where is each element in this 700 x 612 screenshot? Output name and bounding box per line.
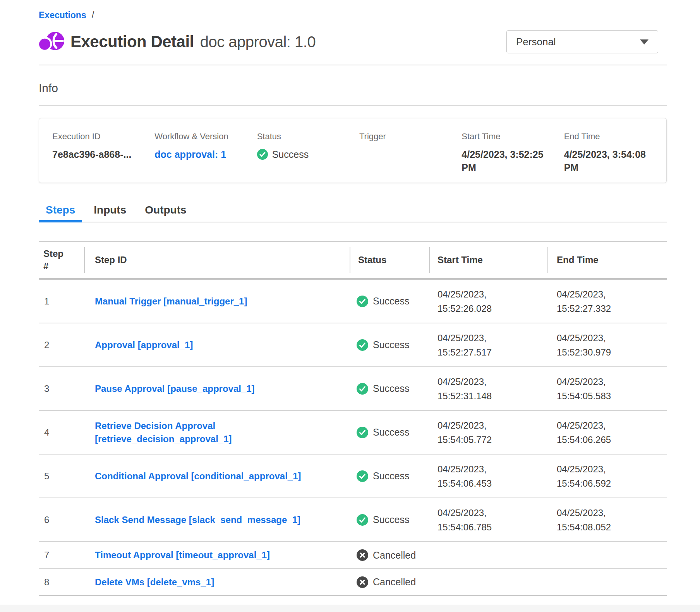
- time-line: 04/25/2023,: [438, 331, 547, 345]
- info-field-label: End Time: [564, 132, 666, 142]
- column-header-step-id: Step ID: [84, 242, 350, 278]
- start-time-cell: 04/25/2023,15:52:27.517: [429, 331, 547, 359]
- end-time-cell: 04/25/2023,15:52:30.979: [547, 331, 667, 359]
- tab-inputs[interactable]: Inputs: [87, 200, 133, 222]
- page-subtitle: doc approval: 1.0: [200, 33, 316, 51]
- status-label: Success: [373, 470, 409, 482]
- time-line: 15:54:05.583: [557, 389, 667, 403]
- time-line: 04/25/2023,: [557, 506, 667, 520]
- end-time-cell: 04/25/2023,15:54:06.592: [547, 462, 667, 491]
- start-time-cell: 04/25/2023,15:54:06.453: [429, 462, 547, 491]
- end-time-cell: 04/25/2023,15:54:06.265: [547, 418, 667, 447]
- step-id-cell: Delete VMs [delete_vms_1]: [84, 576, 350, 589]
- time-line: 15:54:08.052: [557, 520, 667, 534]
- status-label: Success: [373, 296, 409, 307]
- step-status-cell: Success: [350, 514, 429, 526]
- step-id-link[interactable]: Retrieve Decision Approval [retrieve_dec…: [95, 421, 232, 444]
- time-line: 15:52:30.979: [557, 345, 667, 359]
- info-card: Execution ID7e8ac396-a868-...Workflow & …: [39, 118, 667, 183]
- end-time-cell: 04/25/2023,15:54:05.583: [547, 374, 667, 403]
- table-row: 3Pause Approval [pause_approval_1]Succes…: [39, 367, 667, 411]
- success-icon: [357, 339, 368, 351]
- cancelled-icon: [357, 549, 368, 561]
- step-id-link[interactable]: Slack Send Message [slack_send_message_1…: [95, 515, 300, 525]
- step-id-link[interactable]: Approval [approval_1]: [95, 340, 193, 350]
- step-status-cell: Cancelled: [350, 576, 429, 588]
- step-status-cell: Success: [350, 470, 429, 482]
- workflow-version-link[interactable]: doc approval: 1: [154, 149, 226, 160]
- table-row: 7Timeout Approval [timeout_approval_1]Ca…: [39, 542, 667, 569]
- time-line: 04/25/2023,: [557, 462, 667, 476]
- step-status-cell: Success: [350, 339, 429, 351]
- step-id-cell: Conditional Approval [conditional_approv…: [84, 470, 350, 483]
- success-icon: [357, 296, 368, 307]
- step-number-cell: 5: [39, 471, 84, 482]
- time-line: 04/25/2023,: [438, 287, 547, 301]
- cancelled-icon: [357, 576, 368, 588]
- success-icon: [357, 470, 368, 482]
- steps-table-header: Step #Step IDStatusStart TimeEnd Time: [39, 242, 667, 280]
- step-status-cell: Cancelled: [350, 549, 429, 561]
- time-line: 04/25/2023,: [438, 506, 547, 520]
- tab-steps[interactable]: Steps: [39, 200, 82, 222]
- breadcrumb-executions-link[interactable]: Executions: [39, 10, 86, 21]
- table-row: 5Conditional Approval [conditional_appro…: [39, 455, 667, 498]
- status-label: Success: [373, 383, 409, 394]
- start-time-cell: 04/25/2023,15:52:26.028: [429, 287, 547, 316]
- time-line: 15:52:27.332: [557, 301, 667, 316]
- step-id-cell: Timeout Approval [timeout_approval_1]: [84, 549, 350, 562]
- column-header-start-time: Start Time: [429, 242, 547, 278]
- breadcrumb-separator: /: [92, 10, 94, 21]
- info-field-label: Execution ID: [52, 132, 154, 142]
- step-number-cell: 6: [39, 515, 84, 525]
- chevron-down-icon: [640, 39, 649, 44]
- step-number-cell: 3: [39, 383, 84, 394]
- divider: [39, 65, 667, 65]
- info-field-status: StatusSuccess: [257, 132, 359, 183]
- scope-dropdown[interactable]: Personal: [506, 30, 658, 53]
- step-id-link[interactable]: Delete VMs [delete_vms_1]: [95, 577, 214, 587]
- time-line: 15:52:26.028: [438, 301, 547, 316]
- info-field-label: Trigger: [359, 132, 462, 142]
- step-number-cell: 1: [39, 296, 84, 307]
- start-time-cell: 04/25/2023,15:54:05.772: [429, 418, 547, 447]
- step-id-link[interactable]: Conditional Approval [conditional_approv…: [95, 471, 301, 481]
- status-label: Success: [373, 339, 409, 350]
- step-id-cell: Approval [approval_1]: [84, 338, 350, 352]
- tab-outputs[interactable]: Outputs: [138, 200, 193, 222]
- time-line: 15:54:06.592: [557, 476, 667, 491]
- column-header-status: Status: [350, 242, 429, 278]
- time-line: 15:54:05.772: [438, 433, 547, 447]
- step-id-link[interactable]: Pause Approval [pause_approval_1]: [95, 383, 255, 394]
- breadcrumb: Executions /: [39, 10, 667, 21]
- table-row: 1Manual Trigger [manual_trigger_1]Succes…: [39, 280, 667, 323]
- time-line: 04/25/2023,: [557, 374, 667, 389]
- time-line: 15:52:27.517: [438, 345, 547, 359]
- step-id-link[interactable]: Timeout Approval [timeout_approval_1]: [95, 550, 270, 560]
- time-line: 04/25/2023,: [557, 331, 667, 345]
- info-field-end-time: End Time4/25/2023, 3:54:08 PM: [564, 132, 666, 183]
- start-time-cell: 04/25/2023,15:54:06.785: [429, 506, 547, 534]
- info-field-value: 7e8ac396-a868-...: [52, 148, 154, 161]
- step-id-link[interactable]: Manual Trigger [manual_trigger_1]: [95, 296, 247, 306]
- step-number-cell: 4: [39, 427, 84, 438]
- info-field-label: Start Time: [462, 132, 564, 142]
- step-status-cell: Success: [350, 427, 429, 438]
- info-section-title: Info: [39, 82, 667, 95]
- time-line: 04/25/2023,: [438, 374, 547, 389]
- info-field-label: Workflow & Version: [154, 132, 257, 142]
- steps-table: Step #Step IDStatusStart TimeEnd Time1Ma…: [39, 241, 667, 596]
- info-field-start-time: Start Time4/25/2023, 3:52:25 PM: [462, 132, 564, 183]
- info-field-workflow-version: Workflow & Versiondoc approval: 1: [154, 132, 257, 183]
- time-line: 04/25/2023,: [438, 418, 547, 433]
- column-header-step: Step #: [39, 242, 84, 278]
- table-row: 4Retrieve Decision Approval [retrieve_de…: [39, 411, 667, 455]
- main-content: Executions / Execution Detail doc approv…: [39, 0, 667, 596]
- time-line: 15:54:06.785: [438, 520, 547, 534]
- column-header-end-time: End Time: [547, 242, 667, 278]
- step-id-cell: Slack Send Message [slack_send_message_1…: [84, 513, 350, 527]
- status-label: Cancelled: [373, 576, 416, 588]
- time-line: 04/25/2023,: [438, 462, 547, 476]
- info-field-value: 4/25/2023, 3:52:25 PM: [462, 148, 564, 174]
- status-label: Cancelled: [373, 550, 416, 561]
